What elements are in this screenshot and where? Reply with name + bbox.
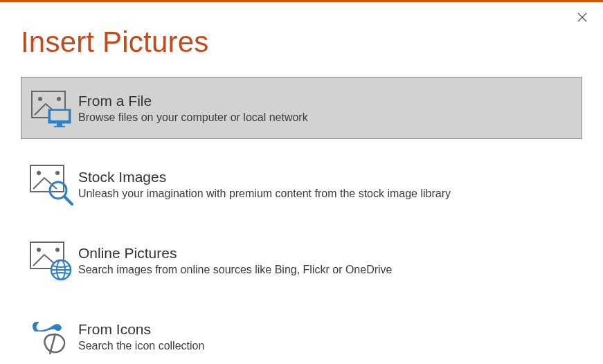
- option-description: Unleash your imagination with premium co…: [78, 188, 451, 200]
- svg-point-10: [37, 171, 41, 175]
- svg-line-13: [64, 197, 72, 204]
- option-description: Search the icon collection: [78, 340, 204, 352]
- svg-point-3: [38, 97, 42, 101]
- from-icons-icon: [28, 316, 74, 357]
- online-pictures-icon: [28, 239, 74, 281]
- from-file-icon: [28, 87, 74, 129]
- option-stock-images[interactable]: Stock Images Unleash your imagination wi…: [21, 153, 582, 215]
- svg-point-11: [55, 171, 60, 175]
- svg-rect-7: [57, 123, 62, 126]
- option-text: From a File Browse files on your compute…: [78, 92, 308, 123]
- options-list: From a File Browse files on your compute…: [21, 77, 582, 364]
- dialog-title: Insert Pictures: [21, 26, 603, 59]
- option-text: From Icons Search the icon collection: [78, 320, 204, 352]
- option-text: Online Pictures Search images from onlin…: [78, 244, 393, 275]
- option-title: Stock Images: [78, 168, 451, 185]
- option-text: Stock Images Unleash your imagination wi…: [78, 168, 451, 199]
- option-from-icons[interactable]: From Icons Search the icon collection: [21, 305, 582, 364]
- svg-rect-6: [51, 111, 69, 120]
- option-title: Online Pictures: [78, 244, 393, 262]
- option-online-pictures[interactable]: Online Pictures Search images from onlin…: [21, 229, 582, 291]
- svg-point-15: [37, 248, 41, 252]
- svg-point-4: [57, 97, 61, 101]
- close-button[interactable]: [574, 9, 591, 26]
- stock-images-icon: [28, 163, 74, 205]
- option-description: Search images from online sources like B…: [78, 264, 393, 276]
- svg-rect-8: [54, 126, 65, 127]
- option-from-a-file[interactable]: From a File Browse files on your compute…: [21, 77, 582, 139]
- close-icon: [577, 12, 587, 22]
- option-title: From Icons: [78, 320, 204, 338]
- svg-rect-9: [30, 165, 64, 192]
- svg-point-20: [39, 322, 42, 325]
- option-title: From a File: [78, 92, 308, 109]
- option-description: Browse files on your computer or local n…: [78, 111, 308, 124]
- svg-point-16: [55, 248, 60, 252]
